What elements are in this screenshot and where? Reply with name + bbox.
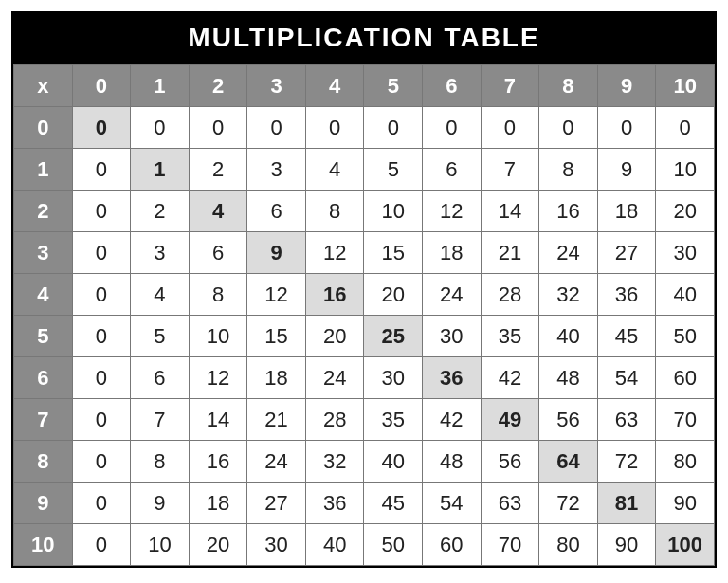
table-cell: 56 (539, 399, 598, 441)
col-header: 2 (189, 65, 247, 107)
table-cell: 20 (656, 191, 715, 232)
col-header: 4 (305, 65, 364, 107)
table-cell: 54 (597, 357, 656, 399)
multiplication-table: x012345678910000000000000101234567891020… (13, 64, 715, 566)
table-cell: 36 (597, 274, 656, 316)
col-header: 9 (597, 65, 656, 107)
table-cell: 8 (305, 191, 364, 232)
row-header: 0 (14, 107, 73, 149)
table-cell: 0 (72, 524, 131, 566)
table-cell: 72 (539, 483, 598, 524)
page-title: MULTIPLICATION TABLE (13, 13, 715, 64)
table-cell: 28 (305, 399, 364, 441)
table-cell: 15 (247, 316, 306, 357)
table-cell: 9 (597, 149, 656, 191)
table-cell: 3 (131, 232, 190, 274)
table-cell: 18 (597, 191, 656, 232)
table-cell: 0 (423, 107, 482, 149)
table-cell: 0 (72, 441, 131, 483)
table-cell: 48 (423, 441, 482, 483)
table-cell: 0 (72, 316, 131, 357)
table-cell: 24 (305, 357, 364, 399)
table-cell: 12 (305, 232, 364, 274)
row-header: 6 (14, 357, 73, 399)
table-cell: 100 (656, 524, 715, 566)
table-cell: 8 (189, 274, 247, 316)
row-header: 9 (14, 483, 73, 524)
table-cell: 3 (247, 149, 306, 191)
table-cell: 0 (247, 107, 306, 149)
table-cell: 63 (481, 483, 539, 524)
table-cell: 6 (189, 232, 247, 274)
row-header: 8 (14, 441, 73, 483)
table-cell: 36 (305, 483, 364, 524)
table-cell: 0 (72, 232, 131, 274)
table-cell: 60 (656, 357, 715, 399)
table-cell: 2 (131, 191, 190, 232)
table-cell: 18 (189, 483, 247, 524)
table-cell: 0 (481, 107, 539, 149)
table-cell: 24 (423, 274, 482, 316)
table-cell: 70 (656, 399, 715, 441)
table-cell: 81 (597, 483, 656, 524)
row-header: 2 (14, 191, 73, 232)
table-cell: 20 (305, 316, 364, 357)
table-cell: 40 (305, 524, 364, 566)
table-cell: 56 (481, 441, 539, 483)
table-cell: 6 (423, 149, 482, 191)
table-cell: 0 (539, 107, 598, 149)
table-cell: 0 (656, 107, 715, 149)
table-cell: 12 (189, 357, 247, 399)
table-cell: 36 (423, 357, 482, 399)
table-cell: 40 (539, 316, 598, 357)
table-cell: 10 (364, 191, 423, 232)
row-header: 10 (14, 524, 73, 566)
row-header: 7 (14, 399, 73, 441)
table-cell: 6 (131, 357, 190, 399)
table-cell: 30 (423, 316, 482, 357)
table-cell: 40 (656, 274, 715, 316)
table-cell: 54 (423, 483, 482, 524)
table-cell: 0 (72, 274, 131, 316)
table-cell: 45 (597, 316, 656, 357)
table-cell: 10 (189, 316, 247, 357)
table-cell: 15 (364, 232, 423, 274)
table-cell: 5 (131, 316, 190, 357)
table-cell: 25 (364, 316, 423, 357)
table-cell: 7 (481, 149, 539, 191)
table-cell: 30 (656, 232, 715, 274)
table-cell: 24 (247, 441, 306, 483)
row-header: 1 (14, 149, 73, 191)
row-header: 4 (14, 274, 73, 316)
table-cell: 4 (131, 274, 190, 316)
table-cell: 80 (656, 441, 715, 483)
table-cell: 18 (247, 357, 306, 399)
table-corner: x (14, 65, 73, 107)
table-cell: 9 (131, 483, 190, 524)
table-cell: 0 (131, 107, 190, 149)
table-cell: 42 (481, 357, 539, 399)
table-cell: 16 (305, 274, 364, 316)
table-cell: 42 (423, 399, 482, 441)
table-cell: 24 (539, 232, 598, 274)
table-cell: 27 (247, 483, 306, 524)
table-cell: 21 (247, 399, 306, 441)
table-cell: 45 (364, 483, 423, 524)
table-cell: 50 (656, 316, 715, 357)
table-cell: 4 (305, 149, 364, 191)
col-header: 7 (481, 65, 539, 107)
table-cell: 9 (247, 232, 306, 274)
multiplication-table-container: MULTIPLICATION TABLE x012345678910000000… (11, 11, 717, 568)
table-cell: 20 (189, 524, 247, 566)
table-cell: 32 (305, 441, 364, 483)
table-cell: 64 (539, 441, 598, 483)
table-cell: 0 (72, 357, 131, 399)
table-cell: 70 (481, 524, 539, 566)
table-cell: 8 (539, 149, 598, 191)
table-cell: 35 (364, 399, 423, 441)
table-cell: 30 (247, 524, 306, 566)
table-cell: 48 (539, 357, 598, 399)
table-cell: 27 (597, 232, 656, 274)
table-cell: 10 (656, 149, 715, 191)
row-header: 3 (14, 232, 73, 274)
